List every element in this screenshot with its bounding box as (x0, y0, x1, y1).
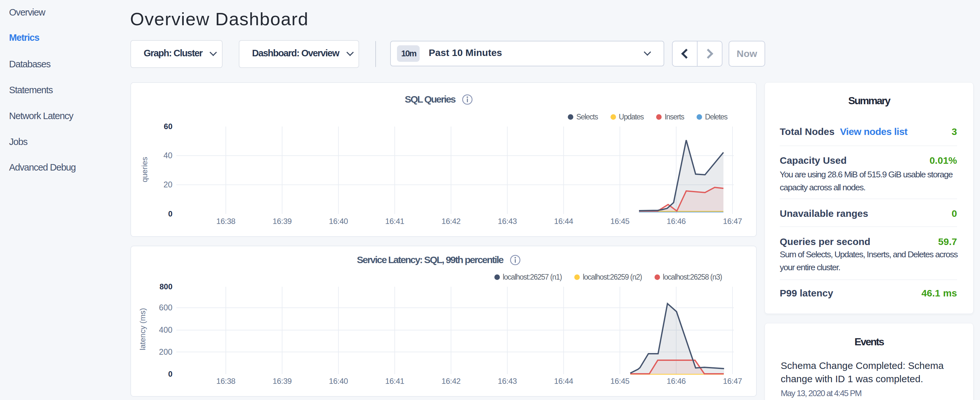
svg-text:16:38: 16:38 (216, 377, 235, 386)
svg-text:400: 400 (159, 325, 172, 334)
svg-text:16:42: 16:42 (442, 217, 461, 226)
svg-text:16:44: 16:44 (554, 377, 573, 386)
svg-text:16:39: 16:39 (273, 217, 292, 226)
svg-text:16:42: 16:42 (442, 377, 461, 386)
svg-text:16:47: 16:47 (723, 377, 742, 386)
svg-text:600: 600 (159, 303, 172, 312)
svg-text:40: 40 (163, 151, 172, 160)
svg-text:0: 0 (168, 209, 172, 218)
svg-text:200: 200 (159, 347, 172, 356)
svg-text:16:46: 16:46 (667, 217, 686, 226)
svg-text:20: 20 (163, 180, 172, 189)
svg-text:16:39: 16:39 (273, 377, 292, 386)
svg-text:16:41: 16:41 (385, 377, 404, 386)
svg-text:16:40: 16:40 (329, 377, 348, 386)
svg-text:16:46: 16:46 (667, 377, 686, 386)
svg-text:latency (ms): latency (ms) (138, 308, 147, 351)
svg-text:800: 800 (159, 282, 172, 291)
svg-text:16:45: 16:45 (611, 377, 630, 386)
svg-text:queries: queries (140, 157, 149, 183)
svg-text:16:45: 16:45 (611, 217, 630, 226)
svg-text:16:40: 16:40 (329, 217, 348, 226)
svg-text:16:44: 16:44 (554, 217, 573, 226)
svg-text:16:38: 16:38 (216, 217, 235, 226)
svg-text:16:41: 16:41 (385, 217, 404, 226)
svg-text:60: 60 (164, 122, 172, 131)
svg-text:16:47: 16:47 (723, 217, 742, 226)
svg-text:16:43: 16:43 (498, 377, 517, 386)
svg-text:0: 0 (168, 370, 172, 378)
svg-text:16:43: 16:43 (498, 217, 517, 226)
